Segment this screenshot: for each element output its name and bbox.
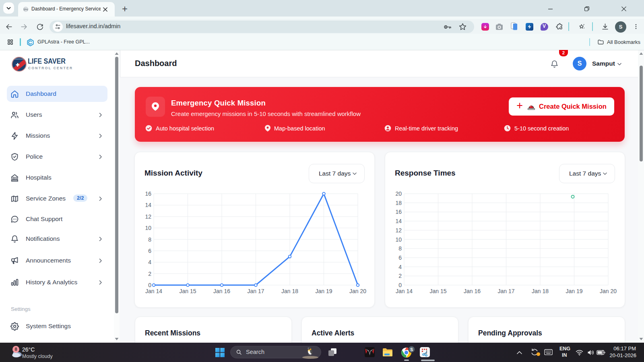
svg-text:Jan 14: Jan 14	[396, 288, 413, 294]
svg-text:16: 16	[395, 209, 402, 215]
svg-text:Jan 16: Jan 16	[213, 288, 230, 294]
svg-text:Jan 18: Jan 18	[532, 288, 549, 294]
svg-text:Jan 15: Jan 15	[179, 288, 196, 294]
svg-text:6: 6	[148, 248, 151, 254]
svg-text:Jan 19: Jan 19	[315, 288, 332, 294]
svg-text:4: 4	[398, 264, 402, 270]
svg-text:14: 14	[145, 202, 151, 208]
svg-text:10: 10	[145, 225, 151, 231]
svg-text:Jan 15: Jan 15	[429, 288, 446, 294]
svg-text:2: 2	[148, 271, 151, 277]
svg-text:8: 8	[398, 245, 402, 252]
svg-text:8: 8	[148, 236, 151, 243]
svg-text:16: 16	[145, 190, 151, 197]
svg-text:Jan 17: Jan 17	[497, 288, 514, 294]
svg-text:Jan 17: Jan 17	[247, 288, 264, 294]
svg-text:12: 12	[145, 213, 151, 220]
svg-text:0: 0	[148, 282, 151, 288]
svg-text:18: 18	[395, 200, 402, 206]
svg-text:4: 4	[148, 259, 151, 265]
svg-text:Jan 20: Jan 20	[600, 288, 617, 294]
svg-text:0: 0	[398, 282, 402, 288]
svg-text:10: 10	[395, 236, 402, 243]
svg-text:14: 14	[395, 218, 402, 224]
svg-text:20: 20	[395, 190, 402, 197]
svg-text:12: 12	[395, 227, 402, 234]
svg-text:2: 2	[398, 273, 402, 279]
svg-text:Jan 19: Jan 19	[566, 288, 582, 294]
svg-text:Jan 20: Jan 20	[349, 288, 366, 294]
svg-text:Jan 14: Jan 14	[145, 288, 162, 294]
svg-text:6: 6	[398, 254, 402, 261]
svg-text:Jan 16: Jan 16	[464, 288, 481, 294]
svg-text:Jan 18: Jan 18	[281, 288, 298, 294]
